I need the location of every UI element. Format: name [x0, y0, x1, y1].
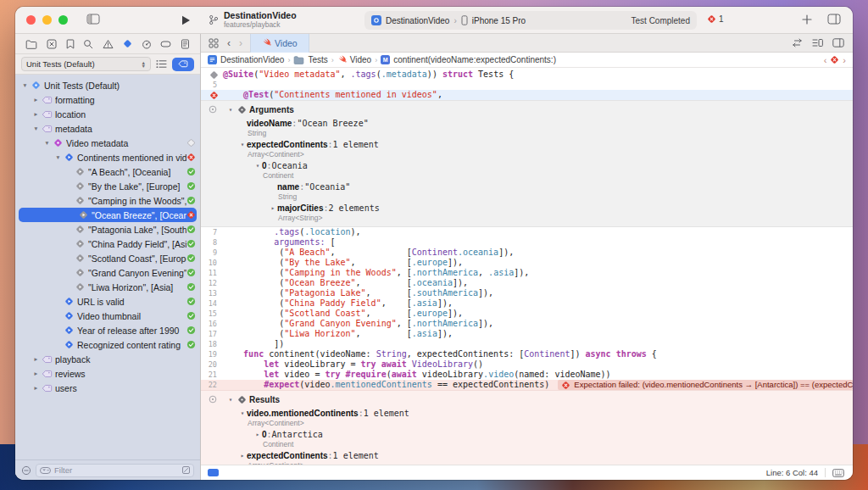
tree-item[interactable]: Video thumbnail — [15, 309, 200, 323]
tree-item[interactable]: "Scotland Coast", [Europe] — [15, 251, 200, 265]
code-line[interactable]: @Test("Continents mentioned in videos", — [201, 90, 853, 100]
adjust-editor-options-icon[interactable] — [812, 38, 823, 47]
code-line[interactable]: 18 ]) — [201, 339, 853, 349]
disclosure-icon[interactable]: ▾ — [238, 409, 247, 419]
test-result-chip[interactable] — [208, 469, 219, 476]
code-line[interactable]: 7 .tags(.location), — [201, 227, 853, 237]
value-row[interactable]: name : "Oceania" — [201, 181, 853, 192]
disclosure-icon[interactable]: ▾ — [226, 105, 235, 115]
back-icon[interactable]: ‹ — [227, 37, 231, 49]
code-line[interactable]: 8 arguments: [ — [201, 237, 853, 248]
source-control-navigator-icon[interactable] — [47, 39, 57, 49]
test-plan-select[interactable]: Unit Tests (Default) ▲▼ — [21, 57, 151, 71]
filter-edit-icon[interactable] — [182, 466, 190, 474]
value-row[interactable]: ▸0 : Antarctica — [201, 429, 853, 440]
tree-item[interactable]: ▸reviews — [15, 366, 200, 381]
code-line[interactable]: 22 #expect(video.mentionedContinents == … — [201, 380, 853, 390]
source-editor[interactable]: @Suite("Video metadata", .tags(.metadata… — [201, 68, 853, 465]
reports-navigator-icon[interactable] — [181, 39, 190, 49]
tree-item[interactable]: URL is valid — [15, 294, 200, 309]
code-line[interactable]: 14 ("China Paddy Field", [.asia]), — [201, 298, 853, 309]
disclosure-icon[interactable]: ▸ — [238, 451, 247, 461]
value-row[interactable]: ▾expectedContinents : 1 element — [201, 139, 853, 150]
filter-by-tag-button[interactable] — [172, 58, 194, 71]
forward-icon[interactable]: › — [239, 37, 242, 49]
value-row[interactable]: ▸expectedContinents : 1 element — [201, 450, 853, 461]
tree-item[interactable]: "By the Lake", [Europe] — [15, 179, 200, 193]
code-line[interactable]: 9 ("A Beach", [Continent.oceania]), — [201, 248, 853, 258]
add-tab-icon[interactable] — [802, 14, 812, 25]
tree-item[interactable]: ▸users — [15, 381, 200, 395]
jumpbar-item[interactable]: Mcontinent(videoName:expectedContinents:… — [381, 55, 556, 64]
group-list-icon[interactable] — [156, 59, 167, 69]
zoom-window-button[interactable] — [58, 15, 68, 25]
code-line[interactable]: 17 ("Liwa Horizon", [.asia]), — [201, 329, 853, 339]
error-count-badge[interactable]: 1 — [707, 14, 724, 24]
annotation-toggle-icon[interactable] — [209, 395, 217, 404]
code-line[interactable]: 10 ("By the Lake", [.europe]), — [201, 258, 853, 268]
tree-item[interactable]: ▾metadata — [15, 121, 200, 136]
code-line[interactable]: 21 let video = try #require(await videoL… — [201, 370, 853, 380]
tree-item[interactable]: ▾Continents mentioned in videos — [15, 150, 200, 164]
code-line[interactable]: 12 ("Ocean Breeze", [.oceania]), — [201, 278, 853, 288]
bookmarks-navigator-icon[interactable] — [66, 39, 75, 49]
tree-item[interactable]: "Camping in the Woods", [N… — [15, 193, 200, 208]
code-line[interactable]: 19 func continent(videoName: String, exp… — [201, 349, 853, 359]
next-issue-icon[interactable]: › — [843, 55, 846, 65]
tree-item[interactable]: "Ocean Breeze", [Oceania] — [19, 208, 197, 222]
disclosure-icon[interactable]: ▸ — [253, 430, 262, 440]
related-items-grid-icon[interactable] — [209, 38, 219, 48]
editor-layout-icon[interactable] — [827, 14, 841, 25]
code-line[interactable]: 16 ("Grand Canyon Evening", [.northAmeri… — [201, 319, 853, 329]
disclosure-icon[interactable]: ▾ — [226, 395, 235, 405]
disclosure-icon[interactable]: ▸ — [269, 203, 277, 214]
tree-item[interactable]: ▸playback — [15, 352, 200, 366]
disclosure-icon[interactable]: ▾ — [20, 81, 30, 89]
tree-item[interactable]: ▾Video metadata — [15, 136, 200, 150]
scheme-name[interactable]: DestinationVideo — [386, 16, 449, 25]
code-line[interactable]: @Suite("Video metadata", .tags(.metadata… — [201, 70, 853, 80]
swap-editor-icon[interactable] — [792, 38, 803, 47]
tree-item[interactable]: Recognized content rating — [15, 337, 200, 352]
tree-item[interactable]: "A Beach", [Oceania] — [15, 164, 200, 179]
code-line[interactable]: 11 ("Camping in the Woods", [.northAmeri… — [201, 268, 853, 278]
keyboard-icon[interactable] — [832, 469, 844, 477]
value-row[interactable]: ▾0 : Oceania — [201, 160, 853, 171]
debug-navigator-icon[interactable] — [142, 39, 152, 49]
issue-diamond-icon[interactable] — [830, 55, 839, 64]
disclosure-icon[interactable]: ▸ — [31, 110, 41, 118]
value-row[interactable]: ▸majorCities : 2 elements — [201, 203, 853, 214]
case-plain-gutter-icon[interactable] — [201, 70, 223, 80]
jumpbar-item[interactable]: Tests — [293, 55, 327, 64]
code-line[interactable]: 20 let videoLibrary = try await VideoLib… — [201, 359, 853, 370]
jumpbar-item[interactable]: DestinationVideo — [208, 55, 284, 64]
value-row[interactable]: videoName : "Ocean Breeze" — [201, 118, 853, 129]
tree-item[interactable]: "Grand Canyon Evening", [N… — [15, 265, 200, 280]
disclosure-icon[interactable]: ▾ — [53, 153, 63, 161]
run-button[interactable] — [181, 15, 191, 25]
minimize-window-button[interactable] — [42, 15, 52, 25]
previous-issue-icon[interactable]: ‹ — [824, 55, 827, 65]
disclosure-icon[interactable]: ▾ — [238, 140, 247, 150]
breakpoints-navigator-icon[interactable] — [160, 40, 171, 48]
expectation-failed-badge[interactable]: Expectation failed: (video.mentionedCont… — [558, 380, 853, 390]
code-line[interactable]: 13 ("Patagonia Lake", [.southAmerica]), — [201, 288, 853, 298]
disclosure-icon[interactable]: ▸ — [31, 370, 41, 377]
value-row[interactable]: ▾video.mentionedContinents : 1 element — [201, 408, 853, 419]
tree-item[interactable]: ▸location — [15, 107, 200, 121]
close-window-button[interactable] — [26, 15, 36, 25]
find-navigator-icon[interactable] — [83, 39, 93, 49]
toggle-navigator-icon[interactable] — [86, 14, 100, 25]
annotation-toggle-icon[interactable] — [209, 105, 217, 114]
tab-video[interactable]: Video — [250, 34, 309, 53]
tree-item[interactable]: "Liwa Horizon", [Asia] — [15, 280, 200, 294]
disclosure-icon[interactable]: ▸ — [31, 355, 41, 363]
filter-input[interactable]: Filter — [36, 464, 194, 477]
disclosure-icon[interactable]: ▸ — [31, 384, 41, 392]
tree-item[interactable]: ▸formatting — [15, 92, 200, 107]
show-only-icon[interactable] — [21, 465, 31, 476]
add-editor-icon[interactable] — [832, 38, 844, 47]
disclosure-icon[interactable]: ▸ — [31, 96, 41, 103]
disclosure-icon[interactable]: ▾ — [253, 161, 262, 171]
tests-navigator-icon[interactable] — [123, 39, 132, 48]
